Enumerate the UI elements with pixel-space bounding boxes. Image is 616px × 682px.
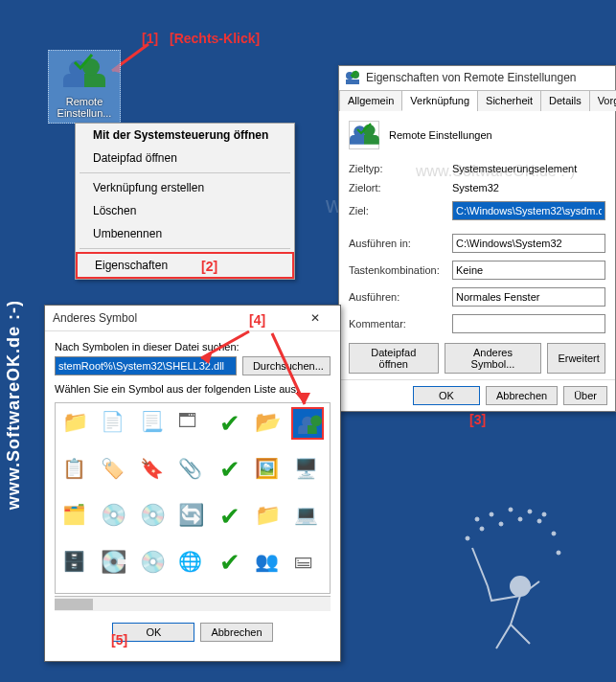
picture-icon[interactable]: 🖼️ [252, 454, 285, 487]
button-advanced[interactable]: Erweitert [547, 343, 605, 374]
svg-point-3 [511, 577, 530, 596]
tab-previous-versions[interactable]: Vorgängerver [589, 90, 616, 111]
disc-icon[interactable]: 💿 [98, 500, 130, 533]
check-icon[interactable]: ✔ [214, 547, 246, 580]
ctx-rename[interactable]: Umbenennen [76, 222, 294, 245]
ctx-delete[interactable]: Löschen [76, 199, 294, 222]
select-run[interactable] [452, 287, 605, 307]
label-run: Ausführen: [349, 291, 452, 303]
disc-icon[interactable]: 💿 [137, 500, 170, 533]
remote-settings-icon [349, 121, 379, 149]
ctx-open-control-panel[interactable]: Mit der Systemsteuerung öffnen [76, 124, 294, 147]
tab-general[interactable]: Allgemein [339, 90, 402, 111]
properties-tabs: Allgemein Verknüpfung Sicherheit Details… [339, 89, 615, 111]
check-icon[interactable]: ✔ [214, 500, 246, 533]
users-icon[interactable]: 👥 [252, 547, 285, 580]
globe-icon[interactable]: 🌐 [175, 547, 208, 580]
monitor-icon[interactable]: 🖥️ [291, 454, 324, 487]
change-icon-dialog: Anderes Symbol ✕ Nach Symbolen in dieser… [44, 305, 341, 662]
svg-point-12 [490, 512, 493, 516]
page-icon[interactable]: 📃 [137, 407, 170, 440]
disc-dark-icon[interactable]: 💽 [98, 547, 130, 580]
label-target-location: Zielort: [349, 182, 452, 193]
button-cancel[interactable]: Abbrechen [486, 386, 558, 405]
svg-rect-2 [346, 80, 359, 84]
svg-point-8 [537, 519, 541, 523]
check-icon[interactable]: ✔ [214, 454, 246, 487]
annotation-3: [3] [469, 412, 486, 427]
check-icon[interactable]: ✔ [214, 407, 246, 440]
generic-icon[interactable]: 🗂️ [59, 500, 92, 533]
button-cancel[interactable]: Abbrechen [200, 623, 272, 642]
value-target-location: System32 [452, 182, 605, 193]
label-target-type: Zieltyp: [349, 163, 452, 174]
annotation-4: [4] [249, 312, 265, 328]
value-target-type: Systemsteuerungselement [452, 163, 605, 174]
window-icon[interactable]: 🗔 [175, 407, 208, 440]
folder-open-icon[interactable]: 📂 [252, 407, 285, 440]
icon-grid[interactable]: 📁 📄 📃 🗔 ✔ 📂 📋 🏷️ 🔖 📎 ✔ 🖼️ 🖥️ 🗂️ 💿 💿 🔄 ✔ … [55, 402, 331, 594]
folder-add-icon[interactable]: 📁 [252, 500, 285, 533]
ctx-separator-2 [80, 248, 290, 249]
ctx-separator [80, 172, 290, 173]
label-start-in: Ausführen in: [349, 238, 452, 249]
desktop-shortcut-icon[interactable]: Remote Einstellun... [48, 50, 121, 124]
svg-point-6 [499, 522, 503, 526]
tab-details[interactable]: Details [540, 90, 590, 111]
remote-settings-icon [63, 55, 105, 93]
input-icon-file-path[interactable] [55, 356, 237, 375]
folder-icon[interactable]: 📁 [59, 407, 92, 440]
ctx-create-shortcut[interactable]: Verknüpfung erstellen [76, 176, 294, 199]
properties-titlebar[interactable]: Eigenschaften von Remote Einstellungen [339, 66, 615, 89]
ctx-open-file-location[interactable]: Dateipfad öffnen [76, 147, 294, 170]
annotation-2: [2] [201, 259, 217, 274]
svg-point-11 [542, 512, 546, 516]
button-ok[interactable]: OK [413, 386, 480, 405]
label-target: Ziel: [349, 205, 452, 216]
svg-point-10 [557, 551, 560, 555]
context-menu: Mit der Systemsteuerung öffnen Dateipfad… [75, 123, 295, 280]
svg-point-7 [518, 517, 522, 521]
button-change-icon[interactable]: Anderes Symbol... [445, 343, 542, 374]
tab-security[interactable]: Sicherheit [477, 90, 541, 111]
annotation-1: [1] [Rechts-Klick] [134, 31, 260, 46]
svg-point-15 [475, 517, 479, 521]
refresh-icon[interactable]: 🔄 [175, 500, 208, 533]
decorative-figure [396, 500, 587, 663]
watermark-side: www.SoftwareOK.de :-) [4, 300, 24, 510]
button-open-file-location[interactable]: Dateipfad öffnen [349, 343, 439, 374]
input-hotkey[interactable] [452, 261, 605, 280]
close-button[interactable]: ✕ [298, 311, 332, 325]
input-comment[interactable] [452, 314, 605, 333]
button-apply[interactable]: Über [563, 386, 607, 405]
properties-dialog: Eigenschaften von Remote Einstellungen A… [338, 65, 616, 412]
svg-point-14 [528, 510, 532, 513]
input-start-in[interactable] [452, 234, 605, 253]
annotation-1-num: [1] [142, 31, 158, 46]
generic-icon[interactable]: 🗄️ [59, 547, 92, 580]
svg-point-5 [480, 527, 484, 531]
svg-point-13 [509, 508, 513, 512]
properties-header-name: Remote Einstellungen [389, 129, 492, 141]
label-comment: Kommentar: [349, 318, 452, 330]
properties-title: Eigenschaften von Remote Einstellungen [366, 71, 576, 84]
ctx-properties[interactable]: Eigenschaften [76, 252, 294, 279]
generic-icon[interactable]: 📋 [59, 454, 92, 487]
tag-icon[interactable]: 🔖 [137, 454, 170, 487]
drive-icon[interactable]: 🖴 [291, 547, 324, 580]
disc-icon[interactable]: 💿 [137, 547, 170, 580]
gear-icon[interactable]: 📎 [175, 454, 208, 487]
annotation-1-text: [Rechts-Klick] [170, 31, 260, 46]
tag-icon[interactable]: 🏷️ [98, 454, 130, 487]
icon-grid-scrollbar[interactable] [55, 596, 331, 611]
desktop-icon-label: Remote Einstellun... [51, 96, 118, 119]
input-target[interactable] [452, 201, 605, 220]
annotation-5: [5] [111, 632, 127, 648]
people-icon[interactable] [291, 407, 324, 440]
computer-icon[interactable]: 💻 [291, 500, 324, 533]
svg-point-4 [466, 536, 469, 540]
document-icon[interactable]: 📄 [98, 407, 130, 440]
svg-point-9 [552, 532, 556, 535]
tab-shortcut[interactable]: Verknüpfung [401, 90, 478, 111]
button-browse[interactable]: Durchsuchen... [242, 356, 331, 375]
